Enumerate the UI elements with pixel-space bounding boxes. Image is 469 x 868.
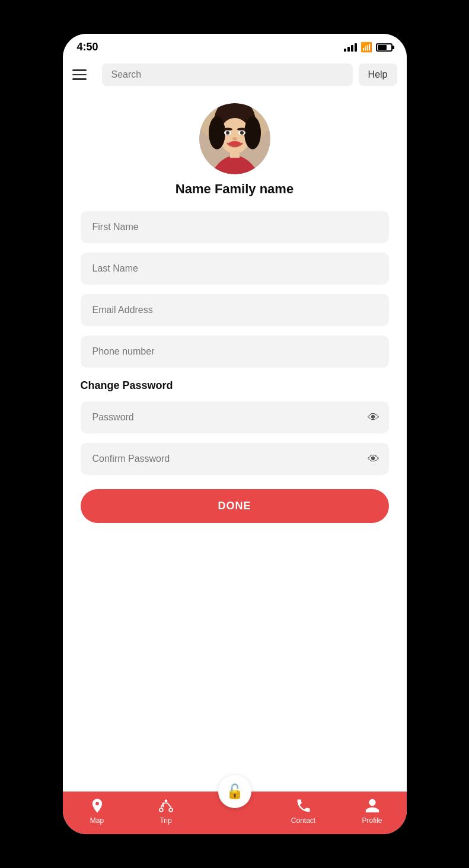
- svg-point-13: [229, 141, 241, 146]
- svg-point-7: [223, 128, 232, 131]
- confirm-password-wrapper: 👁: [81, 443, 389, 475]
- phone-screen: 4:50 📶 Help: [63, 34, 407, 834]
- nav-item-profile[interactable]: Profile: [355, 797, 390, 825]
- phone-input[interactable]: [81, 336, 389, 368]
- svg-point-6: [244, 116, 261, 149]
- password-eye-icon[interactable]: 👁: [368, 411, 379, 425]
- bottom-nav: 🔓 Map Trip: [63, 792, 407, 834]
- menu-line-3: [72, 78, 87, 80]
- nav-item-contact[interactable]: Contact: [286, 797, 321, 825]
- svg-rect-15: [230, 151, 240, 158]
- contact-nav-label: Contact: [291, 816, 315, 825]
- password-input[interactable]: [81, 401, 389, 433]
- top-nav: Help: [63, 58, 407, 91]
- trip-nav-label: Trip: [159, 816, 171, 825]
- menu-button[interactable]: [72, 63, 96, 87]
- battery-icon: [376, 43, 393, 52]
- password-wrapper: 👁: [81, 401, 389, 433]
- map-icon: [89, 797, 106, 814]
- last-name-input[interactable]: [81, 253, 389, 285]
- first-name-input[interactable]: [81, 211, 389, 243]
- confirm-password-eye-icon[interactable]: 👁: [368, 452, 379, 466]
- avatar-section: Name Family name: [176, 103, 293, 197]
- svg-point-5: [209, 116, 225, 149]
- status-icons: 📶: [344, 42, 393, 53]
- avatar-image: [199, 103, 270, 174]
- search-input[interactable]: [102, 63, 353, 86]
- email-input[interactable]: [81, 294, 389, 326]
- menu-line-2: [72, 74, 87, 76]
- svg-point-19: [164, 800, 167, 803]
- svg-point-8: [237, 128, 247, 131]
- change-password-label: Change Password: [81, 379, 389, 392]
- signal-icon: [344, 43, 357, 52]
- profile-icon: [364, 797, 381, 814]
- done-button[interactable]: DONE: [81, 489, 389, 523]
- wifi-icon: 📶: [360, 42, 372, 53]
- svg-point-14: [232, 137, 237, 141]
- svg-point-12: [240, 131, 244, 135]
- phone-frame: 4:50 📶 Help: [0, 0, 469, 868]
- confirm-password-input[interactable]: [81, 443, 389, 475]
- menu-line-1: [72, 69, 87, 71]
- help-button[interactable]: Help: [359, 63, 397, 86]
- nav-item-trip[interactable]: Trip: [148, 797, 184, 825]
- svg-point-16: [159, 808, 162, 812]
- profile-content: Name Family name Change Password 👁 👁: [63, 91, 407, 792]
- avatar[interactable]: [199, 103, 270, 174]
- svg-point-11: [226, 131, 229, 135]
- svg-point-17: [169, 808, 173, 812]
- status-bar: 4:50 📶: [63, 34, 407, 58]
- map-nav-label: Map: [90, 816, 104, 825]
- status-time: 4:50: [77, 41, 98, 53]
- nav-item-map[interactable]: Map: [79, 797, 115, 825]
- trip-icon: [158, 797, 174, 814]
- lock-fab-button[interactable]: 🔓: [218, 775, 251, 808]
- profile-nav-label: Profile: [362, 816, 382, 825]
- lock-icon: 🔓: [226, 783, 244, 800]
- contact-icon: [295, 797, 312, 814]
- user-name: Name Family name: [176, 181, 293, 197]
